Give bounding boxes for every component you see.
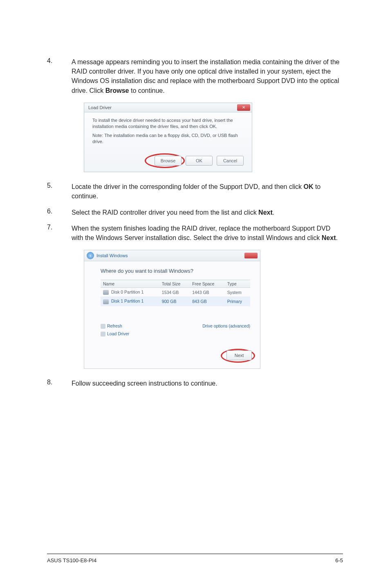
col-type[interactable]: Type (225, 280, 250, 288)
message-text: To install the device driver needed to a… (92, 117, 244, 130)
col-total[interactable]: Total Size (159, 280, 190, 288)
step-5: 5. Locate the driver in the correspondin… (47, 182, 343, 201)
step-4: 4. A message appears reminding you to in… (47, 57, 343, 95)
next-button[interactable]: Next (226, 350, 252, 360)
step-number: 8. (47, 379, 72, 388)
page-footer: ASUS TS100-E8-PI4 6-5 (47, 554, 343, 563)
step-6: 6. Select the RAID controller driver you… (47, 208, 343, 217)
step-text: Follow succeeding screen instructions to… (72, 379, 343, 388)
button-row: Browse OK Cancel (92, 155, 244, 166)
step-text: Locate the driver in the corresponding f… (72, 182, 343, 201)
disk-name: Disk 0 Partition 1 (111, 290, 143, 294)
refresh-icon (101, 324, 105, 329)
table-header-row: Name Total Size Free Space Type (101, 280, 250, 288)
window-body: Where do you want to install Windows? Na… (84, 261, 260, 344)
install-windows-window: ‹ Install Windows Where do you want to i… (84, 250, 260, 369)
screenshot-load-driver: Load Driver ✕ To install the device driv… (84, 103, 343, 172)
disk-type: System (225, 288, 250, 297)
back-icon[interactable]: ‹ (87, 252, 94, 259)
step7-text-a: When the system finishes loading the RAI… (72, 225, 330, 241)
step-7: 7. When the system finishes loading the … (47, 224, 343, 242)
disk-total: 1534 GB (159, 288, 190, 297)
step6-text-a: Select the RAID controller driver you ne… (72, 209, 258, 216)
step6-bold: Next (258, 209, 273, 216)
ok-button[interactable]: OK (186, 156, 213, 166)
drive-options-link[interactable]: Drive options (advanced) (202, 323, 250, 328)
link-group-right: Drive options (advanced) (202, 323, 250, 337)
cancel-button[interactable]: Cancel (217, 156, 244, 166)
note-text: Note: The installation media can be a fl… (92, 132, 244, 145)
step-number: 5. (47, 182, 72, 201)
close-icon[interactable] (244, 253, 258, 258)
window-title: Install Windows (96, 253, 128, 258)
disk-icon (103, 290, 109, 295)
link-group-left: Refresh Load Driver (101, 323, 129, 337)
table-row[interactable]: Disk 0 Partition 1 1534 GB 1443 GB Syste… (101, 288, 250, 297)
table-row[interactable]: Disk 1 Partition 1 900 GB 843 GB Primary (101, 297, 250, 306)
step5-text-a: Locate the driver in the corresponding f… (72, 183, 303, 190)
col-name[interactable]: Name (101, 280, 159, 288)
step-number: 4. (47, 57, 72, 95)
footer-page-number: 6-5 (335, 557, 343, 563)
load-driver-window: Load Driver ✕ To install the device driv… (84, 103, 252, 172)
load-driver-link[interactable]: Load Driver (107, 331, 129, 336)
window-body: To install the device driver needed to a… (84, 112, 252, 172)
disk-table: Name Total Size Free Space Type Disk 0 P… (101, 280, 250, 306)
step-8: 8. Follow succeeding screen instructions… (47, 379, 343, 388)
disk-icon (103, 299, 109, 304)
link-row: Refresh Load Driver Drive options (advan… (101, 323, 250, 337)
close-icon[interactable]: ✕ (237, 104, 250, 111)
manual-page: 4. A message appears reminding you to in… (0, 0, 390, 588)
disk-free: 1443 GB (190, 288, 225, 297)
step6-text-b: . (273, 209, 274, 216)
step-text: Select the RAID controller driver you ne… (72, 208, 343, 217)
footer-product: ASUS TS100-E8-PI4 (47, 557, 96, 563)
disk-free: 843 GB (190, 297, 225, 306)
dialog-heading: Where do you want to install Windows? (101, 268, 250, 274)
step4-bold: Browse (105, 87, 129, 94)
step5-bold: OK (303, 183, 313, 190)
screenshot-install-windows: ‹ Install Windows Where do you want to i… (84, 250, 343, 369)
step-text: When the system finishes loading the RAI… (72, 224, 343, 242)
col-free[interactable]: Free Space (190, 280, 225, 288)
window-title: Load Driver (88, 105, 112, 110)
step-text: A message appears reminding you to inser… (72, 57, 343, 95)
disk-total: 900 GB (159, 297, 190, 306)
step4-text-b: to continue. (129, 87, 164, 94)
browse-button[interactable]: Browse (155, 156, 182, 166)
title-bar: ‹ Install Windows (84, 250, 260, 261)
step7-bold: Next (322, 234, 336, 241)
disk-name: Disk 1 Partition 1 (111, 298, 143, 303)
title-bar: Load Driver ✕ (84, 103, 252, 112)
refresh-link[interactable]: Refresh (107, 323, 122, 328)
load-driver-icon (101, 332, 105, 337)
step7-text-b: . (336, 234, 338, 241)
disk-type: Primary (225, 297, 250, 306)
step-number: 6. (47, 208, 72, 217)
step-number: 7. (47, 224, 72, 242)
footer-buttons: Next (84, 344, 260, 368)
